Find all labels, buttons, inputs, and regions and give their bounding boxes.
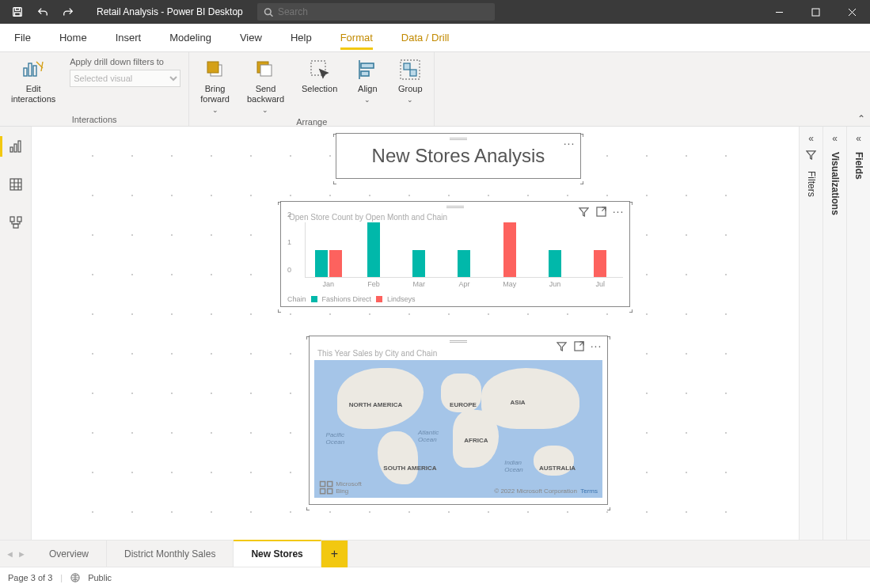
svg-rect-22 bbox=[10, 217, 14, 222]
data-view-icon[interactable] bbox=[0, 171, 32, 198]
report-view-icon[interactable] bbox=[0, 133, 32, 160]
align-button[interactable]: Align⌄ bbox=[351, 55, 383, 105]
status-page: Page 3 of 3 bbox=[8, 573, 52, 582]
menu-format[interactable]: Format bbox=[326, 24, 387, 51]
add-page-button[interactable]: + bbox=[321, 541, 348, 567]
svg-rect-23 bbox=[17, 217, 21, 222]
map-body[interactable]: NORTH AMERICA SOUTH AMERICA EUROPE AFRIC… bbox=[314, 360, 602, 498]
svg-rect-18 bbox=[10, 147, 13, 152]
menu-data-drill[interactable]: Data / Drill bbox=[387, 24, 464, 51]
resize-handle[interactable] bbox=[333, 173, 341, 181]
menu-modeling[interactable]: Modeling bbox=[155, 24, 226, 51]
menu-file[interactable]: File bbox=[0, 24, 45, 51]
redo-icon[interactable] bbox=[57, 1, 79, 23]
ribbon-group-arrange: Bring forward⌄ Send backward⌄ Selection … bbox=[189, 52, 435, 126]
resize-handle[interactable] bbox=[625, 199, 633, 207]
drag-handle-icon[interactable] bbox=[450, 137, 467, 142]
drag-handle-icon[interactable] bbox=[446, 205, 464, 210]
expand-icon[interactable]: « bbox=[808, 133, 814, 144]
send-backward-icon bbox=[253, 57, 278, 82]
next-page-icon[interactable]: ► bbox=[17, 549, 26, 559]
drill-filter-select[interactable]: Selected visual bbox=[70, 70, 180, 87]
svg-rect-16 bbox=[404, 63, 410, 70]
ribbon-collapse-icon[interactable]: ⌃ bbox=[857, 113, 865, 124]
menu-home[interactable]: Home bbox=[45, 24, 101, 51]
window-controls bbox=[761, 0, 870, 24]
focus-mode-icon[interactable] bbox=[595, 205, 607, 218]
menu-view[interactable]: View bbox=[226, 24, 276, 51]
fields-pane[interactable]: « Fields bbox=[846, 127, 870, 540]
resize-handle[interactable] bbox=[602, 333, 610, 341]
more-options-icon[interactable]: ··· bbox=[563, 137, 576, 150]
expand-icon[interactable]: « bbox=[856, 133, 861, 144]
resize-handle[interactable] bbox=[306, 499, 314, 507]
svg-rect-30 bbox=[328, 488, 332, 493]
map-terms-link[interactable]: Terms bbox=[580, 487, 598, 495]
resize-handle[interactable] bbox=[576, 173, 583, 181]
resize-handle[interactable] bbox=[333, 131, 341, 138]
drag-handle-icon[interactable] bbox=[450, 340, 467, 344]
visual-title-card[interactable]: ··· New Stores Analysis bbox=[336, 133, 581, 179]
prev-page-icon[interactable]: ◄ bbox=[6, 549, 14, 559]
status-bar: Page 3 of 3 | Public bbox=[0, 567, 870, 588]
svg-rect-6 bbox=[28, 63, 32, 76]
align-icon bbox=[355, 57, 380, 82]
send-backward-button[interactable]: Send backward⌄ bbox=[244, 55, 287, 116]
ribbon-group-label-interactions: Interactions bbox=[8, 113, 180, 124]
resize-handle[interactable] bbox=[625, 302, 633, 309]
filter-icon bbox=[806, 149, 816, 163]
svg-rect-11 bbox=[260, 65, 272, 76]
svg-rect-20 bbox=[18, 141, 21, 152]
right-panes: « Filters « Visualizations « Fields bbox=[799, 127, 870, 540]
resize-handle[interactable] bbox=[278, 199, 286, 207]
svg-rect-21 bbox=[10, 179, 21, 190]
svg-rect-7 bbox=[33, 66, 36, 76]
selection-icon bbox=[307, 57, 332, 82]
page-tab-newstores[interactable]: New Stores bbox=[234, 540, 321, 567]
page-tab-district[interactable]: District Monthly Sales bbox=[107, 541, 234, 567]
resize-handle[interactable] bbox=[278, 302, 286, 309]
ribbon: Edit interactions Apply drill down filte… bbox=[0, 52, 870, 127]
page-tab-overview[interactable]: Overview bbox=[32, 541, 107, 567]
visual-bar-chart[interactable]: ··· Open Store Count by Open Month and C… bbox=[280, 201, 630, 307]
resize-handle[interactable] bbox=[602, 499, 610, 507]
menu-insert[interactable]: Insert bbox=[101, 24, 156, 51]
filter-icon[interactable] bbox=[555, 340, 568, 352]
more-options-icon[interactable]: ··· bbox=[590, 340, 602, 352]
edit-interactions-button[interactable]: Edit interactions bbox=[8, 55, 59, 106]
search-input[interactable] bbox=[278, 6, 488, 17]
filter-icon[interactable] bbox=[577, 205, 590, 218]
svg-rect-1 bbox=[15, 8, 19, 11]
map-title: This Year Sales by City and Chain bbox=[317, 349, 437, 358]
minimize-icon[interactable] bbox=[761, 0, 797, 24]
svg-rect-28 bbox=[328, 481, 332, 486]
drill-filter-label: Apply drill down filters to bbox=[70, 57, 180, 66]
expand-icon[interactable]: « bbox=[832, 133, 838, 144]
chart-legend: Chain Fashions Direct Lindseys bbox=[287, 295, 416, 303]
report-canvas[interactable]: ··· New Stores Analysis ··· Open Store C… bbox=[32, 127, 799, 540]
group-button[interactable]: Group⌄ bbox=[394, 55, 426, 105]
svg-rect-27 bbox=[321, 481, 325, 486]
save-icon[interactable] bbox=[6, 1, 28, 23]
more-options-icon[interactable]: ··· bbox=[612, 205, 625, 218]
model-view-icon[interactable] bbox=[0, 209, 32, 236]
maximize-icon[interactable] bbox=[797, 0, 834, 24]
svg-rect-4 bbox=[812, 9, 819, 16]
bring-forward-button[interactable]: Bring forward⌄ bbox=[197, 55, 233, 116]
focus-mode-icon[interactable] bbox=[572, 340, 585, 352]
visualizations-pane[interactable]: « Visualizations bbox=[823, 127, 846, 540]
resize-handle[interactable] bbox=[576, 131, 583, 138]
svg-rect-13 bbox=[361, 63, 374, 68]
undo-icon[interactable] bbox=[32, 1, 54, 23]
menu-help[interactable]: Help bbox=[276, 24, 326, 51]
selection-button[interactable]: Selection bbox=[298, 55, 340, 96]
close-icon[interactable] bbox=[834, 0, 870, 24]
filters-pane[interactable]: « Filters bbox=[799, 127, 823, 540]
search-box[interactable] bbox=[257, 3, 495, 21]
map-attribution: Microsoft Bing bbox=[319, 480, 362, 495]
page-nav[interactable]: ◄► bbox=[0, 549, 32, 559]
app-title: Retail Analysis - Power BI Desktop bbox=[85, 6, 254, 17]
visual-map[interactable]: ··· This Year Sales by City and Chain NO… bbox=[309, 336, 608, 505]
search-icon bbox=[264, 7, 273, 17]
resize-handle[interactable] bbox=[306, 333, 314, 341]
